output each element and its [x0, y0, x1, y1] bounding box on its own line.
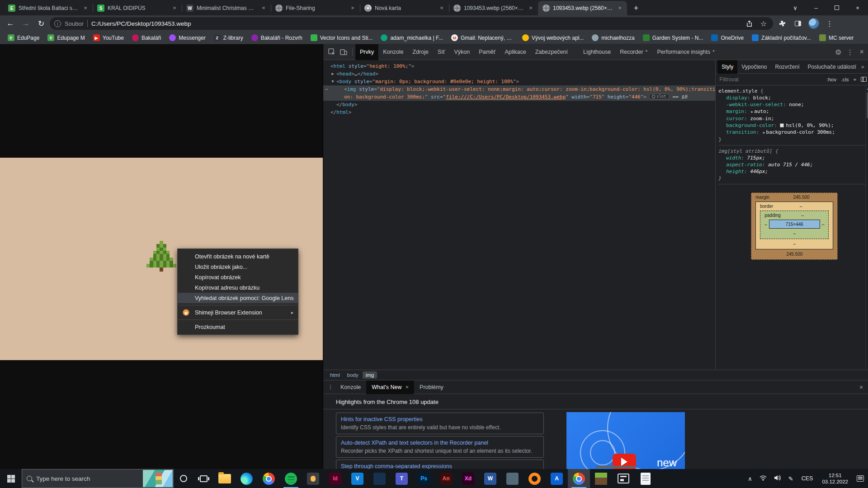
taskbar-app-gray[interactable]	[501, 469, 524, 488]
devtools-menu-icon[interactable]: ⋮	[844, 46, 856, 58]
bookmark-onedrive[interactable]: OneDrive	[708, 33, 747, 42]
new-style-rule-button[interactable]: +	[854, 77, 857, 82]
padding-right-value[interactable]: ‒	[822, 221, 825, 228]
code-line-close-html[interactable]: </html>	[323, 108, 715, 116]
devtools-close-icon[interactable]: ×	[856, 46, 868, 58]
tab-close-icon[interactable]: ×	[171, 5, 178, 12]
border-top-value[interactable]: ‒	[773, 203, 829, 210]
css-property[interactable]: cursor: zoom-in;	[718, 115, 868, 122]
devtools-tab-lighthouse[interactable]: Lighthouse	[579, 44, 615, 60]
profile-avatar[interactable]	[808, 18, 819, 29]
padding-bottom-value[interactable]: ‒	[764, 230, 824, 237]
computed-sidebar-toggle-icon[interactable]	[861, 77, 867, 82]
tray-chevron-icon[interactable]: ∧	[744, 475, 756, 482]
devtools-tab-performance-insights[interactable]: Performance insights▲	[653, 44, 720, 60]
search-weather-graphic[interactable]	[143, 470, 173, 487]
code-line-close-body[interactable]: </body>	[323, 101, 715, 108]
maximize-button[interactable]	[826, 0, 847, 15]
css-property[interactable]: -webkit-user-select: none;	[718, 101, 868, 108]
bookmark-gmail[interactable]: MGmail: Neplacený, d...	[448, 33, 517, 42]
extensions-puzzle-icon[interactable]	[778, 19, 788, 28]
whats-new-card-comma-expressions[interactable]: Step through comma-separated expressions…	[336, 460, 544, 469]
volume-icon[interactable]	[770, 475, 785, 482]
drawer-horizontal-scrollbar-thumb[interactable]	[596, 466, 636, 468]
taskbar-xd[interactable]: Xd	[457, 469, 479, 488]
pseudo-hov-toggle[interactable]: :hov	[827, 77, 837, 82]
styles-tabs-overflow-icon[interactable]: »	[861, 64, 864, 70]
code-line-body[interactable]: ▼<body style="margin: 0px; background: #…	[323, 78, 715, 85]
taskbar-teams[interactable]: T	[391, 469, 413, 488]
browser-menu-icon[interactable]: ⋮	[825, 19, 835, 28]
devtools-tab-zdroje[interactable]: Zdroje	[408, 44, 433, 60]
tab-close-icon[interactable]: ×	[438, 5, 445, 12]
padding-top-value[interactable]: ‒	[781, 212, 824, 219]
action-center-button[interactable]	[853, 469, 868, 488]
bookmark-edupage[interactable]: EEduPage	[5, 33, 42, 42]
card-title-link[interactable]: Hints for inactive CSS properties	[341, 416, 539, 422]
styles-scrollbar[interactable]: ▲	[865, 86, 868, 370]
tab-search-button[interactable]: ∨	[785, 0, 806, 15]
bookmark-garden-system[interactable]: Garden System - N...	[640, 33, 707, 42]
taskbar-app-blue[interactable]: A	[546, 469, 568, 488]
whats-new-card-css-hints[interactable]: Hints for inactive CSS properties Identi…	[336, 413, 544, 434]
css-property[interactable]: background-color: hsl(0, 0%, 90%);	[718, 122, 868, 129]
taskbar-minecraft[interactable]	[590, 469, 612, 488]
taskbar-fax[interactable]	[612, 469, 634, 488]
info-icon[interactable]: i	[54, 20, 61, 27]
img-attribute-style-rule[interactable]: img[styl atributů] { width: 715px; aspec…	[718, 148, 868, 182]
devtools-tab-zabezpeceni[interactable]: Zabezpečení	[531, 44, 572, 60]
box-model-padding[interactable]: padding‒ ‒ 715×446 ‒ ‒	[760, 211, 829, 239]
expand-arrow-icon[interactable]: ▶	[751, 110, 753, 114]
box-model-margin[interactable]: margin245.500 border‒ padding‒ ‒ 715×446	[751, 192, 838, 260]
css-property[interactable]: display: block;	[718, 94, 868, 101]
menu-item-open-image-new-tab[interactable]: Otevřít obrázek na nové kartě	[178, 251, 298, 262]
drawer-tab-problemy[interactable]: Problémy	[414, 380, 449, 394]
language-indicator[interactable]: CES	[797, 475, 818, 482]
margin-bottom-value[interactable]: 245.500	[755, 251, 833, 258]
tab-close-icon[interactable]: ×	[616, 5, 623, 12]
drawer-menu-icon[interactable]: ⋮	[326, 384, 335, 390]
whats-new-video-thumbnail[interactable]: new	[566, 412, 685, 469]
bookmark-bakalari[interactable]: Bakaláři	[129, 33, 164, 42]
styles-filter-input[interactable]	[719, 76, 787, 83]
devtools-tab-konzole[interactable]: Konzole	[378, 44, 408, 60]
devtools-tab-recorder[interactable]: Recorder▲	[615, 44, 652, 60]
devtools-settings-gear-icon[interactable]: ⚙	[832, 46, 844, 58]
menu-item-copy-image[interactable]: Kopírovat obrázek	[178, 272, 298, 282]
taskbar-app-orange[interactable]	[524, 469, 546, 488]
side-panel-icon[interactable]	[793, 19, 803, 28]
taskbar-search-box[interactable]: Type here to search	[22, 469, 174, 488]
close-window-button[interactable]: ×	[847, 0, 868, 15]
pen-icon[interactable]: ✎	[785, 475, 797, 482]
breadcrumb-html[interactable]: html	[327, 371, 343, 379]
start-button[interactable]	[0, 469, 22, 488]
tab-new-tab[interactable]: Nová karta ×	[360, 1, 449, 15]
taskbar-file-explorer[interactable]	[213, 469, 236, 488]
styles-tab-posluchace[interactable]: Posluchače událostí	[804, 60, 860, 74]
tab-wallpapers[interactable]: W Minimalist Christmas Wallpaper ×	[182, 1, 271, 15]
device-toolbar-icon[interactable]	[338, 46, 349, 58]
taskbar-chrome-active[interactable]	[568, 469, 590, 488]
whats-new-card-recorder-xpath[interactable]: Auto-detect XPath and text selectors in …	[336, 436, 544, 458]
cls-toggle[interactable]: .cls	[841, 77, 849, 82]
styles-tab-vypocteno[interactable]: Vypočteno	[737, 60, 771, 74]
bookmark-bakalari-rozvrh[interactable]: Bakaláři - Rozvrh	[248, 33, 306, 42]
styles-tab-rozvrzeni[interactable]: Rozvržení	[771, 60, 804, 74]
element-style-rule[interactable]: element.style { display: block; -webkit-…	[718, 88, 868, 143]
margin-top-value[interactable]: 245.500	[769, 194, 833, 201]
tab-close-icon[interactable]: ×	[260, 5, 267, 12]
code-line-html[interactable]: <html style="height: 100%;">	[323, 62, 715, 70]
selected-img-element[interactable]: ⋯ <img style="display: block;-webkit-use…	[323, 85, 715, 101]
wifi-icon[interactable]	[756, 475, 770, 482]
back-button[interactable]: ←	[4, 17, 17, 30]
menu-item-copy-image-address[interactable]: Kopírovat adresu obrázku	[178, 282, 298, 293]
reload-button[interactable]: ↻	[34, 17, 48, 30]
task-view-button[interactable]	[193, 469, 213, 488]
taskbar-spotify[interactable]	[280, 469, 302, 488]
css-property[interactable]: width: 715px;	[718, 155, 868, 161]
color-swatch[interactable]	[780, 123, 784, 127]
forward-button[interactable]: →	[19, 17, 33, 30]
box-model-content[interactable]: 715×446	[769, 220, 820, 229]
taskbar-chrome[interactable]	[258, 469, 280, 488]
taskbar-notepad[interactable]	[634, 469, 656, 488]
